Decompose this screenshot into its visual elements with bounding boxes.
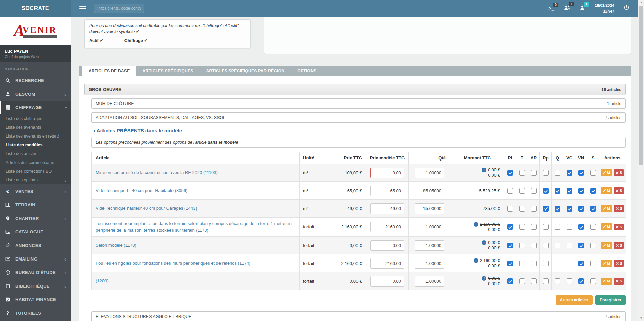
- checkbox-pl[interactable]: [507, 261, 513, 266]
- suppress-button[interactable]: S: [614, 260, 624, 267]
- checkbox-ar[interactable]: [531, 278, 537, 284]
- scroll-down-icon[interactable]: ▼: [638, 316, 644, 321]
- tab-options[interactable]: OPTIONS: [291, 66, 323, 76]
- sidebar-subitem-liste-des-options[interactable]: Liste des options‹: [0, 176, 71, 184]
- qte-input[interactable]: [415, 203, 444, 214]
- tab-articles-specifiques[interactable]: ARTICLES SPÉCIFIQUES: [136, 66, 200, 76]
- suppress-button[interactable]: S: [614, 169, 624, 176]
- qte-input[interactable]: [415, 240, 444, 251]
- checkbox-s[interactable]: [590, 261, 596, 266]
- checkbox-t[interactable]: [519, 243, 525, 248]
- checkbox-s[interactable]: [590, 188, 596, 194]
- sidebar-item-emailing[interactable]: EMAILING‹: [0, 252, 71, 266]
- checkbox-rp[interactable]: [543, 224, 549, 230]
- sidebar-item-terrain[interactable]: TERRAIN: [0, 198, 71, 212]
- checkbox-vn[interactable]: [578, 170, 584, 176]
- page-scrollbar[interactable]: ▲ ▼: [638, 0, 644, 321]
- prix-modele-input[interactable]: [370, 258, 404, 269]
- prix-modele-input[interactable]: [370, 222, 404, 232]
- checkbox-pl[interactable]: [507, 188, 513, 194]
- checkbox-t[interactable]: [519, 188, 525, 194]
- sidebar-item-bibliotheque[interactable]: BIBLIOTHÈQUE‹: [0, 279, 71, 293]
- checkbox-rp[interactable]: [543, 243, 549, 248]
- sidebar-subitem-liste-des-avenants-en-retard[interactable]: Liste des avenants en retard: [0, 132, 71, 141]
- clients-icon[interactable]: 1: [564, 5, 570, 12]
- checkbox-vn[interactable]: [578, 206, 584, 212]
- tab-articles-specifiques-par-region[interactable]: ARTICLES SPÉCIFIQUES PAR RÉGION: [200, 66, 291, 76]
- checkbox-ar[interactable]: [531, 224, 537, 230]
- autres-articles-button[interactable]: Autres articles: [556, 295, 593, 305]
- checkbox-rp[interactable]: [543, 206, 549, 212]
- article-link[interactable]: Mise en conformité de la construction av…: [96, 170, 218, 175]
- checkbox-t[interactable]: [519, 278, 525, 284]
- qte-input[interactable]: [415, 222, 444, 232]
- checkbox-q[interactable]: [555, 278, 560, 284]
- modify-button[interactable]: M: [601, 242, 612, 249]
- checkbox-ar[interactable]: [531, 261, 537, 266]
- prix-modele-input[interactable]: [370, 276, 404, 287]
- checkbox-pl[interactable]: [507, 206, 513, 212]
- present-articles-heading[interactable]: › Articles PRÉSENTS dans le modèle: [94, 128, 626, 133]
- checkbox-q[interactable]: [555, 206, 560, 212]
- article-link[interactable]: Selon modèle (1178): [96, 243, 136, 248]
- checkbox-vn[interactable]: [578, 188, 584, 194]
- checkbox-s[interactable]: [590, 170, 596, 176]
- sidebar-item-annonces[interactable]: ANNONCES: [0, 239, 71, 252]
- checkbox-q[interactable]: [555, 261, 560, 266]
- checkbox-vc[interactable]: [567, 224, 572, 230]
- info-icon[interactable]: i: [474, 222, 478, 227]
- checkbox-vc[interactable]: [567, 243, 572, 248]
- article-link[interactable]: Fouilles en rigoles pour fondations des …: [96, 261, 250, 266]
- qte-input[interactable]: [415, 168, 444, 178]
- checkbox-vc[interactable]: [567, 278, 572, 284]
- checkbox-pl[interactable]: [507, 243, 513, 248]
- checkbox-rp[interactable]: [543, 261, 549, 266]
- sidebar-item-catalogue[interactable]: CATALOGUE: [0, 225, 71, 239]
- modify-button[interactable]: M: [601, 205, 612, 212]
- checkbox-vc[interactable]: [567, 261, 572, 266]
- checkbox-vn[interactable]: [578, 243, 584, 248]
- qte-input[interactable]: [415, 276, 444, 287]
- suppress-button[interactable]: S: [614, 224, 624, 230]
- user-icon[interactable]: 1: [580, 5, 585, 12]
- terminal-icon[interactable]: >_ 0: [548, 6, 554, 11]
- checkbox-q[interactable]: [555, 224, 560, 230]
- section-header-gros-oeuvre[interactable]: GROS OEUVRE 16 articles: [84, 84, 626, 95]
- sidebar-item-ventes[interactable]: €VENTES‹: [0, 184, 71, 198]
- modify-button[interactable]: M: [601, 223, 612, 230]
- checkbox-pl[interactable]: [507, 170, 513, 176]
- checkbox-vn[interactable]: [578, 278, 584, 284]
- checkbox-t[interactable]: [519, 224, 525, 230]
- checkbox-ar[interactable]: [531, 206, 537, 212]
- prix-modele-input[interactable]: [370, 240, 404, 251]
- checkbox-q[interactable]: [555, 243, 560, 248]
- prix-modele-input[interactable]: [370, 186, 404, 196]
- article-link[interactable]: Terrassement pour implantation dans le t…: [96, 221, 292, 233]
- checkbox-pl[interactable]: [507, 278, 513, 284]
- checkbox-rp[interactable]: [543, 188, 549, 194]
- suppress-button[interactable]: S: [614, 278, 624, 285]
- checkbox-t[interactable]: [519, 261, 525, 266]
- checkbox-ar[interactable]: [531, 188, 537, 194]
- checkbox-ar[interactable]: [531, 243, 537, 248]
- info-icon[interactable]: i: [482, 276, 486, 281]
- checkbox-vn[interactable]: [578, 261, 584, 266]
- menu-toggle-icon[interactable]: [79, 5, 86, 12]
- sidebar-subitem-articles-des-commerciaux[interactable]: Articles des commerciaux: [0, 158, 71, 167]
- sidebar-item-habitat-finance[interactable]: HABITAT FINANCE: [0, 293, 71, 306]
- sidebar-item-tutoriels[interactable]: ?TUTORIELS: [0, 306, 71, 320]
- sidebar-item-chiffrage[interactable]: CHIFFRAGE‹: [0, 101, 71, 114]
- global-search-input[interactable]: [94, 4, 144, 13]
- checkbox-s[interactable]: [590, 224, 596, 230]
- checkbox-vn[interactable]: [578, 224, 584, 230]
- checkbox-t[interactable]: [519, 170, 525, 176]
- checkbox-pl[interactable]: [507, 224, 513, 230]
- prix-modele-input[interactable]: [370, 203, 404, 214]
- sidebar-item-recherche[interactable]: RECHERCHE: [0, 74, 71, 87]
- checkbox-vc[interactable]: [567, 188, 572, 194]
- checkbox-vc[interactable]: [567, 170, 572, 176]
- checkbox-vc[interactable]: [567, 206, 572, 212]
- article-link[interactable]: (1209): [96, 278, 109, 283]
- modify-button[interactable]: M: [601, 278, 612, 285]
- suppress-button[interactable]: S: [614, 187, 624, 194]
